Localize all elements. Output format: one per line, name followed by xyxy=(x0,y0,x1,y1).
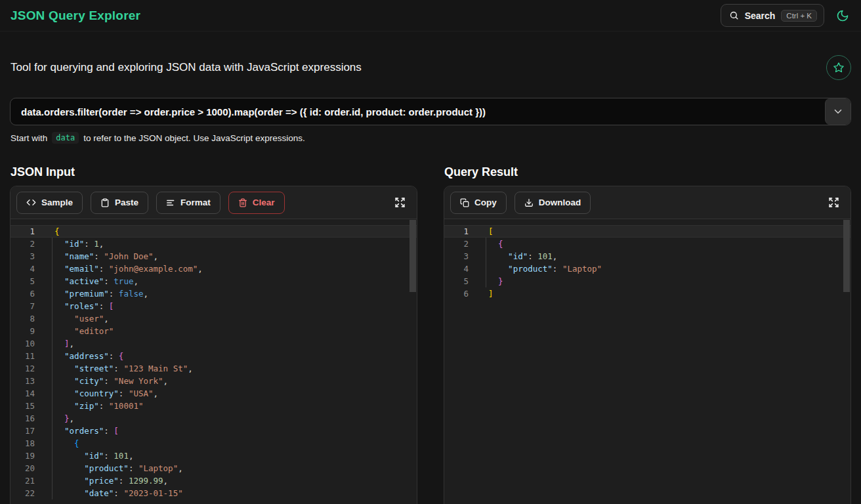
line-number: 9 xyxy=(10,325,35,337)
paste-button[interactable]: Paste xyxy=(91,192,148,214)
line-number: 3 xyxy=(10,250,35,262)
code-lines: 1{2 "id": 1,3 "name": "John Doe",4 "emai… xyxy=(10,225,417,499)
line-number: 13 xyxy=(10,375,35,387)
paste-button-label: Paste xyxy=(115,198,138,207)
line-number: 2 xyxy=(444,238,469,250)
line-number: 6 xyxy=(10,287,35,300)
line-number: 1 xyxy=(444,225,469,238)
line-number: 20 xyxy=(10,462,35,474)
line-number: 3 xyxy=(444,250,469,262)
code-line: 4 "email": "john@example.com", xyxy=(10,262,417,275)
query-input[interactable] xyxy=(10,98,825,125)
line-number: 18 xyxy=(10,437,35,450)
intro-row: Tool for querying and exploring JSON dat… xyxy=(0,55,861,80)
code-line: 16 }, xyxy=(10,412,417,425)
search-label: Search xyxy=(745,10,776,21)
code-line: 15 "zip": "10001" xyxy=(10,400,417,412)
code-line: 3 "name": "John Doe", xyxy=(10,250,417,262)
code-line: 5 } xyxy=(444,275,850,287)
format-button[interactable]: Format xyxy=(156,192,220,214)
code-line: 8 "user", xyxy=(10,312,417,325)
code-line: 10 ], xyxy=(10,337,417,350)
code-line: 22 "date": "2023-01-15" xyxy=(10,487,417,499)
code-line: 14 "country": "USA", xyxy=(10,387,417,400)
code-line: 19 "id": 101, xyxy=(10,450,417,462)
json-query-explorer-app: JSON Query Explorer Search Ctrl + K Tool… xyxy=(0,0,861,504)
expand-input-button[interactable] xyxy=(389,194,411,211)
query-result-editor[interactable]: 1[2 {3 "id": 101,4 "product": "Laptop"5 … xyxy=(444,219,850,504)
line-number: 4 xyxy=(10,262,35,275)
line-number: 10 xyxy=(10,337,35,350)
app-description: Tool for querying and exploring JSON dat… xyxy=(10,61,362,74)
code-line: 3 "id": 101, xyxy=(444,250,850,262)
hint-prefix: Start with xyxy=(10,133,47,143)
code-line: 21 "price": 1299.99, xyxy=(10,474,417,487)
download-button-label: Download xyxy=(539,198,581,207)
query-hint: Start with data to refer to the JSON obj… xyxy=(10,132,851,144)
code-line: 6 "premium": false, xyxy=(10,287,417,300)
editor-scrollbar[interactable] xyxy=(843,220,850,504)
expand-result-button[interactable] xyxy=(823,194,845,211)
expand-icon xyxy=(828,197,839,208)
line-number: 17 xyxy=(10,425,35,437)
theme-toggle-button[interactable] xyxy=(833,7,852,25)
clipboard-icon xyxy=(100,198,110,207)
line-number: 15 xyxy=(10,400,35,412)
sample-button[interactable]: Sample xyxy=(16,192,83,214)
panels-row: JSON Input Sample Paste xyxy=(0,165,861,504)
sample-button-label: Sample xyxy=(41,198,73,207)
scrollbar-thumb[interactable] xyxy=(843,220,850,292)
code-line: 13 "city": "New York", xyxy=(10,375,417,387)
clear-button-label: Clear xyxy=(253,198,275,207)
line-number: 14 xyxy=(10,387,35,400)
code-line: 11 "address": { xyxy=(10,350,417,362)
code-line: 17 "orders": [ xyxy=(10,425,417,437)
line-number: 5 xyxy=(444,275,469,287)
trash-icon xyxy=(238,198,247,207)
code-line: 12 "street": "123 Main St", xyxy=(10,362,417,375)
copy-button[interactable]: Copy xyxy=(450,192,507,214)
download-button[interactable]: Download xyxy=(514,192,591,214)
code-line: 4 "product": "Laptop" xyxy=(444,262,850,275)
line-number: 1 xyxy=(10,225,35,238)
json-input-title: JSON Input xyxy=(10,165,417,179)
query-result-panel: Copy Download xyxy=(444,186,851,504)
line-number: 6 xyxy=(444,287,469,300)
line-number: 7 xyxy=(10,300,35,312)
query-history-dropdown-button[interactable] xyxy=(825,98,850,125)
clear-button[interactable]: Clear xyxy=(228,192,285,214)
search-shortcut: Ctrl + K xyxy=(781,10,817,22)
search-button[interactable]: Search Ctrl + K xyxy=(721,4,824,27)
query-result-section: Query Result Copy xyxy=(444,165,851,504)
json-input-panel: Sample Paste Format xyxy=(10,186,417,504)
code-line: 2 "id": 1, xyxy=(10,238,417,250)
code-line: 9 "editor" xyxy=(10,325,417,337)
line-number: 11 xyxy=(10,350,35,362)
json-input-section: JSON Input Sample Paste xyxy=(10,165,417,504)
favorite-button[interactable] xyxy=(826,55,851,80)
data-keyword-chip: data xyxy=(52,132,79,144)
json-input-toolbar: Sample Paste Format xyxy=(10,186,417,219)
json-input-editor[interactable]: 1{2 "id": 1,3 "name": "John Doe",4 "emai… xyxy=(10,219,417,504)
code-line: 5 "active": true, xyxy=(10,275,417,287)
code-line: 1{ xyxy=(10,225,417,238)
editor-scrollbar[interactable] xyxy=(410,220,416,504)
code-line: 7 "roles": [ xyxy=(10,300,417,312)
line-number: 22 xyxy=(10,487,35,499)
line-number: 21 xyxy=(10,474,35,487)
code-line: 2 { xyxy=(444,238,850,250)
query-result-title: Query Result xyxy=(444,165,851,179)
format-button-label: Format xyxy=(180,198,211,207)
code-line: 18 { xyxy=(10,437,417,450)
copy-button-label: Copy xyxy=(474,198,497,207)
code-line: 6] xyxy=(444,287,850,300)
copy-icon xyxy=(460,198,469,207)
code-lines: 1[2 {3 "id": 101,4 "product": "Laptop"5 … xyxy=(444,225,850,300)
query-input-group xyxy=(10,98,851,125)
moon-icon xyxy=(836,9,849,22)
app-header: JSON Query Explorer Search Ctrl + K xyxy=(0,0,861,32)
line-number: 19 xyxy=(10,450,35,462)
code-line: 1[ xyxy=(444,225,850,238)
line-number: 5 xyxy=(10,275,35,287)
scrollbar-thumb[interactable] xyxy=(410,220,416,292)
